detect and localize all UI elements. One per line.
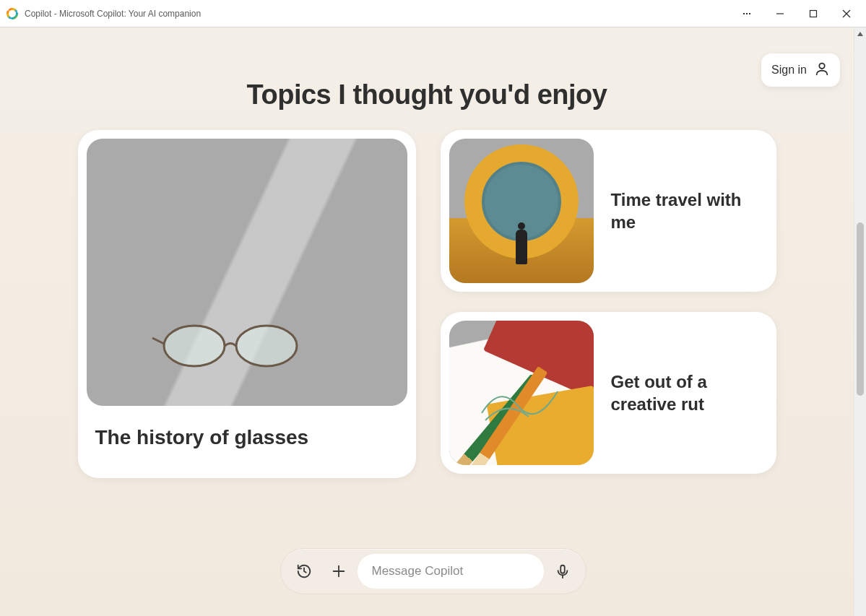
close-button[interactable] [830, 0, 863, 27]
app-client: Sign in Topics I thought you'd enjoy [0, 27, 866, 616]
user-icon [814, 61, 830, 79]
scroll-up-arrow[interactable] [854, 27, 866, 40]
more-button[interactable] [730, 0, 763, 27]
svg-line-7 [843, 10, 850, 17]
topic-title: Time travel with me [611, 188, 768, 233]
svg-marker-15 [857, 32, 863, 36]
page-heading: Topics I thought you'd enjoy [0, 79, 854, 110]
topic-image-desk [449, 321, 594, 465]
svg-rect-5 [810, 10, 817, 17]
svg-point-0 [8, 9, 17, 18]
topic-card-creative-rut[interactable]: Get out of a creative rut [441, 312, 776, 474]
svg-point-8 [819, 64, 824, 69]
topic-image-glasses [87, 139, 407, 406]
new-chat-button[interactable] [323, 555, 355, 587]
topic-title: The history of glasses [78, 406, 416, 478]
message-input[interactable] [372, 564, 529, 578]
svg-point-9 [164, 326, 225, 366]
topic-card-glasses[interactable]: The history of glasses [78, 130, 416, 478]
microphone-button[interactable] [547, 555, 579, 587]
topic-title: Get out of a creative rut [611, 370, 768, 415]
topic-card-time-travel[interactable]: Time travel with me [441, 130, 776, 292]
svg-point-2 [746, 12, 748, 14]
topic-cards: The history of glasses Time travel with … [0, 130, 854, 478]
vertical-scrollbar[interactable] [854, 27, 866, 616]
copilot-icon [6, 7, 19, 20]
minimize-button[interactable] [763, 0, 797, 27]
topic-image-portal [449, 139, 594, 283]
composer [280, 548, 586, 594]
sign-in-label: Sign in [771, 64, 807, 77]
message-input-wrap [358, 554, 544, 589]
history-button[interactable] [288, 555, 320, 587]
window-title: Copilot - Microsoft Copilot: Your AI com… [25, 9, 201, 19]
svg-line-6 [843, 10, 850, 17]
svg-point-3 [749, 12, 750, 14]
scrollbar-thumb[interactable] [857, 222, 864, 396]
svg-point-1 [743, 12, 745, 14]
window-titlebar: Copilot - Microsoft Copilot: Your AI com… [0, 0, 866, 27]
svg-rect-13 [560, 565, 565, 573]
maximize-button[interactable] [797, 0, 830, 27]
window-controls [730, 0, 863, 27]
svg-point-10 [236, 326, 297, 366]
